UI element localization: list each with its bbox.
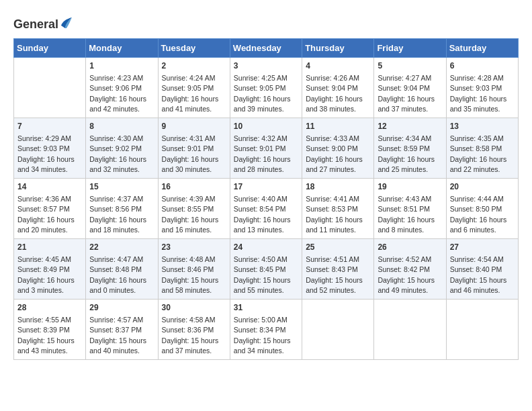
calendar-cell: 2Sunrise: 4:24 AMSunset: 9:05 PMDaylight… <box>158 57 230 118</box>
day-number: 23 <box>162 242 226 253</box>
weekday-header-thursday: Thursday <box>302 38 374 57</box>
weekday-header-monday: Monday <box>86 38 158 57</box>
day-number: 20 <box>450 181 515 193</box>
calendar-cell: 3Sunrise: 4:25 AMSunset: 9:05 PMDaylight… <box>230 57 302 118</box>
calendar-cell: 13Sunrise: 4:35 AMSunset: 8:58 PMDayligh… <box>446 118 518 178</box>
page-header: General <box>13 13 519 32</box>
weekday-header-saturday: Saturday <box>446 38 518 57</box>
day-number: 25 <box>306 242 370 253</box>
calendar-cell: 7Sunrise: 4:29 AMSunset: 9:03 PMDaylight… <box>14 118 86 178</box>
day-number: 27 <box>450 242 515 253</box>
calendar-cell: 23Sunrise: 4:48 AMSunset: 8:46 PMDayligh… <box>158 238 230 299</box>
calendar-cell: 18Sunrise: 4:41 AMSunset: 8:53 PMDayligh… <box>302 178 374 238</box>
day-number: 6 <box>450 60 515 72</box>
day-number: 3 <box>234 60 298 72</box>
day-number: 29 <box>89 302 154 314</box>
calendar-cell: 6Sunrise: 4:28 AMSunset: 9:03 PMDaylight… <box>446 57 518 118</box>
calendar-cell <box>302 299 374 359</box>
calendar-cell: 28Sunrise: 4:55 AMSunset: 8:39 PMDayligh… <box>14 299 86 359</box>
calendar-cell: 9Sunrise: 4:31 AMSunset: 9:01 PMDaylight… <box>158 118 230 178</box>
calendar-cell: 15Sunrise: 4:37 AMSunset: 8:56 PMDayligh… <box>86 178 158 238</box>
logo: General <box>13 13 72 32</box>
calendar-cell: 11Sunrise: 4:33 AMSunset: 9:00 PMDayligh… <box>302 118 374 178</box>
day-number: 12 <box>378 121 442 132</box>
calendar-cell: 4Sunrise: 4:26 AMSunset: 9:04 PMDaylight… <box>302 57 374 118</box>
weekday-header-sunday: Sunday <box>14 38 86 57</box>
calendar-cell: 8Sunrise: 4:30 AMSunset: 9:02 PMDaylight… <box>86 118 158 178</box>
day-number: 30 <box>162 302 226 314</box>
calendar-cell: 22Sunrise: 4:47 AMSunset: 8:48 PMDayligh… <box>86 238 158 299</box>
calendar-cell: 16Sunrise: 4:39 AMSunset: 8:55 PMDayligh… <box>158 178 230 238</box>
weekday-header-wednesday: Wednesday <box>230 38 302 57</box>
calendar-cell: 19Sunrise: 4:43 AMSunset: 8:51 PMDayligh… <box>374 178 446 238</box>
calendar-cell <box>374 299 446 359</box>
day-number: 11 <box>306 121 370 132</box>
calendar-cell: 21Sunrise: 4:45 AMSunset: 8:49 PMDayligh… <box>14 238 86 299</box>
day-number: 31 <box>234 302 298 314</box>
calendar-cell: 24Sunrise: 4:50 AMSunset: 8:45 PMDayligh… <box>230 238 302 299</box>
calendar-cell: 5Sunrise: 4:27 AMSunset: 9:04 PMDaylight… <box>374 57 446 118</box>
calendar-cell <box>14 57 86 118</box>
day-number: 28 <box>17 302 82 314</box>
day-number: 24 <box>234 242 298 253</box>
calendar-table: SundayMondayTuesdayWednesdayThursdayFrid… <box>13 38 519 360</box>
day-number: 8 <box>89 121 154 132</box>
weekday-header-tuesday: Tuesday <box>158 38 230 57</box>
day-number: 18 <box>306 181 370 193</box>
calendar-cell: 25Sunrise: 4:51 AMSunset: 8:43 PMDayligh… <box>302 238 374 299</box>
weekday-header-friday: Friday <box>374 38 446 57</box>
calendar-cell: 10Sunrise: 4:32 AMSunset: 9:01 PMDayligh… <box>230 118 302 178</box>
day-number: 9 <box>162 121 226 132</box>
logo-general: General <box>13 17 58 31</box>
logo-bird-icon <box>60 13 72 28</box>
day-number: 26 <box>378 242 442 253</box>
day-number: 4 <box>306 60 370 72</box>
day-number: 21 <box>17 242 82 253</box>
day-number: 10 <box>234 121 298 132</box>
calendar-cell: 26Sunrise: 4:52 AMSunset: 8:42 PMDayligh… <box>374 238 446 299</box>
calendar-cell <box>446 299 518 359</box>
calendar-cell: 31Sunrise: 5:00 AMSunset: 8:34 PMDayligh… <box>230 299 302 359</box>
day-number: 17 <box>234 181 298 193</box>
day-number: 19 <box>378 181 442 193</box>
calendar-cell: 30Sunrise: 4:58 AMSunset: 8:36 PMDayligh… <box>158 299 230 359</box>
calendar-cell: 27Sunrise: 4:54 AMSunset: 8:40 PMDayligh… <box>446 238 518 299</box>
day-number: 16 <box>162 181 226 193</box>
day-number: 1 <box>89 60 154 72</box>
calendar-cell: 29Sunrise: 4:57 AMSunset: 8:37 PMDayligh… <box>86 299 158 359</box>
calendar-cell: 20Sunrise: 4:44 AMSunset: 8:50 PMDayligh… <box>446 178 518 238</box>
day-number: 5 <box>378 60 442 72</box>
day-number: 22 <box>89 242 154 253</box>
calendar-cell: 1Sunrise: 4:23 AMSunset: 9:06 PMDaylight… <box>86 57 158 118</box>
calendar-cell: 14Sunrise: 4:36 AMSunset: 8:57 PMDayligh… <box>14 178 86 238</box>
day-number: 7 <box>17 121 82 132</box>
calendar-cell: 12Sunrise: 4:34 AMSunset: 8:59 PMDayligh… <box>374 118 446 178</box>
day-number: 2 <box>162 60 226 72</box>
calendar-cell: 17Sunrise: 4:40 AMSunset: 8:54 PMDayligh… <box>230 178 302 238</box>
day-number: 13 <box>450 121 515 132</box>
day-number: 14 <box>17 181 82 193</box>
day-number: 15 <box>89 181 154 193</box>
